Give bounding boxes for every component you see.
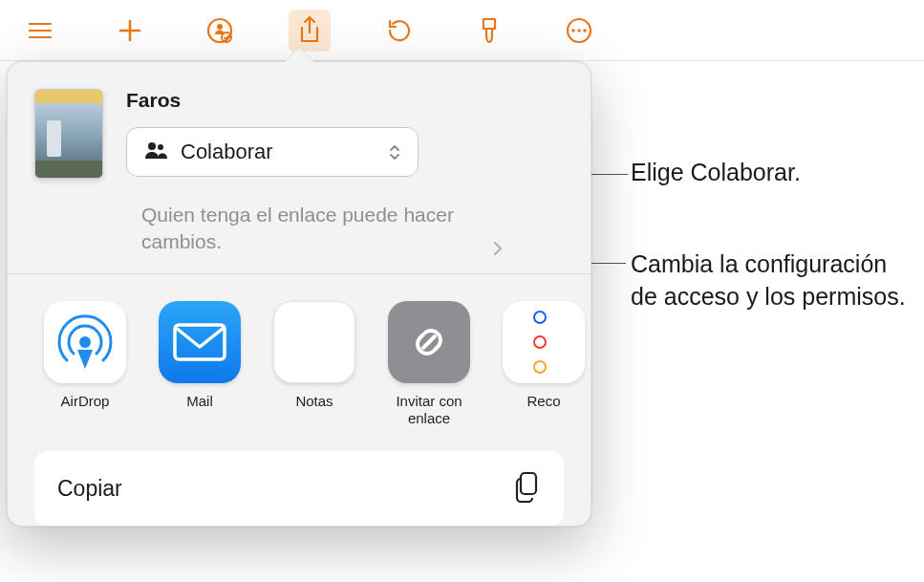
collaborate-badge-button[interactable] [199,10,241,52]
document-title: Faros [126,89,564,112]
share-app-reminders[interactable]: Reco [501,301,587,429]
share-app-mail[interactable]: Mail [157,301,243,429]
select-arrows-icon [389,144,400,161]
app-label: Notas [295,393,333,411]
share-header: Faros Colaborar [8,62,591,198]
svg-point-12 [148,142,156,150]
svg-rect-17 [521,473,536,494]
share-button[interactable] [289,10,331,52]
mail-icon [159,301,241,383]
reminders-icon [503,301,585,383]
copy-action[interactable]: Copiar [34,451,564,526]
svg-point-11 [583,29,587,32]
format-brush-button[interactable] [468,10,510,52]
share-apps-row: AirDrop Mail Notas [8,274,591,441]
permission-text: Quien tenga el enlace puede hacer cambio… [141,202,485,256]
svg-point-14 [79,336,91,348]
app-label: AirDrop [61,393,110,411]
permission-settings-row[interactable]: Quien tenga el enlace puede hacer cambio… [8,198,591,273]
svg-point-13 [158,144,163,150]
view-list-button[interactable] [19,10,61,52]
app-label: Invitar con enlace [386,393,472,429]
app-label: Mail [186,393,213,411]
add-button[interactable] [109,10,151,52]
notes-icon [273,301,355,383]
svg-point-9 [571,29,575,32]
collaborate-select[interactable]: Colaborar [126,127,419,177]
svg-rect-15 [175,325,225,359]
callout-collaborate: Elige Colaborar. [631,157,801,189]
collaborate-label: Colaborar [181,140,376,164]
share-app-notes[interactable]: Notas [271,301,357,429]
document-thumbnail [34,89,103,179]
svg-line-16 [423,336,435,348]
share-actions-panel: Copiar [34,451,564,526]
airdrop-icon [44,301,126,383]
link-icon [388,301,470,383]
svg-point-6 [217,24,223,30]
more-button[interactable] [558,10,600,52]
svg-point-10 [577,29,581,32]
app-label: Reco [526,393,560,411]
action-label: Copiar [57,476,122,502]
toolbar [0,0,924,61]
people-icon [144,140,167,163]
share-app-airdrop[interactable]: AirDrop [42,301,128,429]
undo-button[interactable] [378,10,420,52]
callout-permissions: Cambia la configuración de acceso y los … [631,248,917,313]
chevron-right-icon [493,241,503,256]
copy-icon [512,470,541,507]
share-app-invite-link[interactable]: Invitar con enlace [386,301,472,429]
share-sheet: Faros Colaborar Quien tenga el enlace pu… [7,61,591,527]
